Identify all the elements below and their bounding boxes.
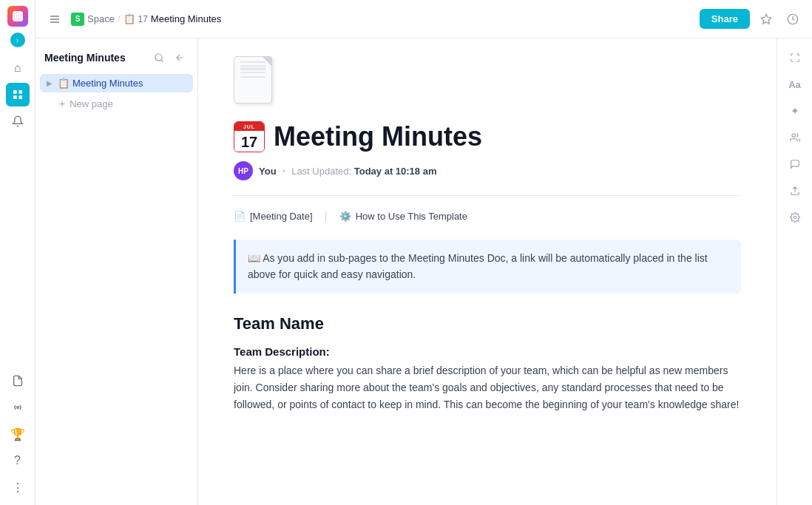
svg-point-11 xyxy=(791,134,795,138)
last-updated-value: Today at 10:18 am xyxy=(354,166,437,177)
svg-point-5 xyxy=(155,54,162,61)
svg-rect-2 xyxy=(13,95,17,99)
tab-how-to-use[interactable]: ⚙️ How to Use This Template xyxy=(339,208,467,225)
author-name: You xyxy=(259,166,277,177)
width-toggle-button[interactable] xyxy=(785,47,805,68)
svg-point-12 xyxy=(794,216,796,219)
svg-point-4 xyxy=(16,407,18,409)
right-sidebar: Aa ✦ xyxy=(777,38,812,505)
pulse-nav-button[interactable] xyxy=(6,396,30,419)
tree-chevron-icon: ▶ xyxy=(44,78,55,89)
tab-gear-icon: ⚙️ xyxy=(339,211,351,222)
callout-block: 📖 As you add in sub-pages to the Meeting… xyxy=(234,240,741,294)
content-area: JUL 17 Meeting Minutes HP You • Last Upd… xyxy=(198,38,777,505)
hamburger-button[interactable] xyxy=(44,9,65,30)
font-button[interactable]: Aa xyxy=(785,74,805,95)
new-page-label: New page xyxy=(70,98,113,109)
left-icon-bar: › ⌂ 🏆 ? ⋮ xyxy=(0,0,35,505)
docs-nav-button[interactable] xyxy=(6,83,30,106)
page-title: Meeting Minutes xyxy=(274,121,482,152)
breadcrumb-separator: / xyxy=(118,13,121,24)
space-icon: S xyxy=(71,13,84,26)
main-layout: JUL 17 Meeting Minutes HP You • Last Upd… xyxy=(198,38,812,505)
divider xyxy=(234,195,741,196)
avatar: HP xyxy=(234,161,253,180)
sidebar-search-button[interactable] xyxy=(150,49,168,67)
comment-button[interactable] xyxy=(785,154,805,174)
settings-button[interactable] xyxy=(785,207,805,228)
export-button[interactable] xyxy=(785,180,805,201)
tab-meeting-date-label: [Meeting Date] xyxy=(250,211,313,222)
doc-icon xyxy=(234,56,281,109)
share-users-button[interactable] xyxy=(785,127,805,148)
last-updated: Last Updated: Today at 10:18 am xyxy=(291,166,436,177)
history-button[interactable] xyxy=(782,9,803,30)
svg-rect-3 xyxy=(18,95,22,99)
team-desc-text: Here is a place where you can share a br… xyxy=(234,362,741,413)
breadcrumb: S Space / 📋 17 Meeting Minutes xyxy=(71,13,700,26)
callout-icon: 📖 xyxy=(248,252,260,264)
top-bar-actions: Share xyxy=(700,9,803,30)
calendar-month: JUL xyxy=(234,122,264,131)
sidebar: Meeting Minutes ▶ 📋 Meeting Minutes + Ne… xyxy=(35,38,198,505)
app-logo xyxy=(7,6,28,27)
favorite-button[interactable] xyxy=(756,9,777,30)
sidebar-item-label: Meeting Minutes xyxy=(72,78,143,89)
svg-marker-9 xyxy=(761,14,771,24)
sparkle-button[interactable]: ✦ xyxy=(785,101,805,121)
sidebar-title: Meeting Minutes xyxy=(44,52,126,64)
tab-meeting-date[interactable]: 📄 [Meeting Date] xyxy=(234,208,313,225)
sidebar-header: Meeting Minutes xyxy=(35,38,197,74)
calendar-icon: JUL 17 xyxy=(234,121,265,152)
breadcrumb-page-icon: 📋 xyxy=(124,13,135,24)
team-desc-label: Team Description: xyxy=(234,345,741,358)
notifications-nav-button[interactable] xyxy=(6,109,30,133)
tab-how-to-use-label: How to Use This Template xyxy=(356,211,467,222)
space-name: Space xyxy=(87,13,115,24)
more-nav-button[interactable]: ⋮ xyxy=(6,475,30,499)
callout-content: As you add in sub-pages to the Meeting M… xyxy=(248,252,708,280)
svg-rect-0 xyxy=(13,90,17,94)
page-title-row: JUL 17 Meeting Minutes xyxy=(234,121,741,152)
sidebar-tree: ▶ 📋 Meeting Minutes + New page xyxy=(35,74,197,113)
tree-page-icon: 📋 xyxy=(58,78,70,89)
plus-icon: + xyxy=(59,98,65,109)
calendar-day: 17 xyxy=(234,131,264,152)
breadcrumb-page-number: 17 xyxy=(138,14,148,24)
breadcrumb-page-name: Meeting Minutes xyxy=(151,13,221,24)
expand-button[interactable]: › xyxy=(10,33,25,47)
doc-nav-button[interactable] xyxy=(6,369,30,393)
callout-text: 📖 As you add in sub-pages to the Meeting… xyxy=(248,250,729,283)
sidebar-item-meeting-minutes[interactable]: ▶ 📋 Meeting Minutes xyxy=(40,74,193,92)
top-bar: S Space / 📋 17 Meeting Minutes Share xyxy=(35,0,812,38)
meta-row: HP You • Last Updated: Today at 10:18 am xyxy=(234,161,741,180)
tab-doc-icon: 📄 xyxy=(234,211,246,222)
share-button[interactable]: Share xyxy=(700,9,750,29)
tabs-row: 📄 [Meeting Date] | ⚙️ How to Use This Te… xyxy=(234,208,741,225)
goals-nav-button[interactable]: 🏆 xyxy=(6,422,30,446)
help-nav-button[interactable]: ? xyxy=(6,449,30,472)
new-page-button[interactable]: + New page xyxy=(40,94,193,113)
sidebar-collapse-button[interactable] xyxy=(171,49,189,67)
sidebar-icon-group xyxy=(150,49,189,67)
home-nav-button[interactable]: ⌂ xyxy=(6,56,30,80)
section-heading: Team Name xyxy=(234,314,741,333)
svg-rect-1 xyxy=(18,90,22,94)
